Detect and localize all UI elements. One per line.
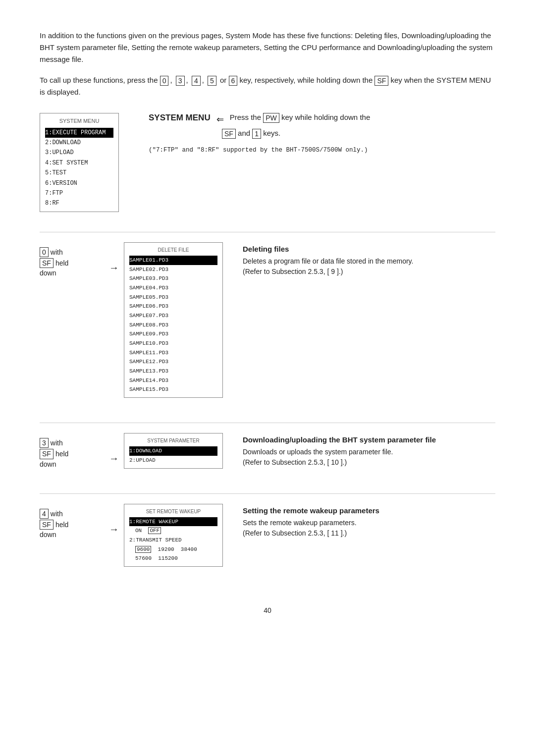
desc-title-wakeup: Setting the remote wakeup parameters xyxy=(243,506,495,515)
or-text: or xyxy=(218,76,229,84)
held-text-sysparam: held xyxy=(55,450,68,458)
page-number: 40 xyxy=(40,606,495,614)
screen-box-wakeup: SET REMOTE WAKEUP 1:REMOTE WAKEUP ON OFF… xyxy=(124,504,223,567)
desc-text-wakeup: Sets the remote wakeup parameters. (Refe… xyxy=(243,518,495,539)
with-text-sysparam: with xyxy=(51,439,63,447)
key-5: 5 xyxy=(208,76,216,86)
sf-row-delete: SF held xyxy=(40,258,68,268)
divider2 xyxy=(40,423,495,423)
system-menu-label-row: SYSTEM MENU ⇐ Press the PW key while hol… xyxy=(149,113,370,125)
screen-item-sample01: SAMPLE01.PD3 xyxy=(129,256,217,265)
screen-item-sample02: SAMPLE02.PD3 xyxy=(129,265,217,274)
screen-item-download: 1:DOWNLOAD xyxy=(129,446,217,456)
screen-item-upload: 2:UPLOAD xyxy=(129,456,217,465)
screen-title-delete: DELETE FILE xyxy=(129,246,217,254)
screen-item-sample15: SAMPLE15.PD3 xyxy=(129,385,217,394)
held-text-delete: held xyxy=(55,259,68,267)
divider1 xyxy=(40,232,495,232)
menu-item-ftp: 7:FTP xyxy=(45,188,113,198)
arrow-col-sysparam: → xyxy=(104,433,124,464)
key-with-label-wakeup: 4 with SF held down xyxy=(40,509,68,539)
down-text-sysparam: down xyxy=(40,460,56,468)
screen-item-sample06: SAMPLE06.PD3 xyxy=(129,302,217,311)
menu-item-execute: 1:EXECUTE PROGRAM xyxy=(45,128,113,138)
screen-col-sysparam: SYSTEM PARAMETER 1:DOWNLOAD 2:UPLOAD xyxy=(124,433,223,468)
menu-item-setsystem: 4:SET SYSTEM xyxy=(45,158,113,168)
key-row-sysparam: 3 with xyxy=(40,438,63,448)
sf-key-sysparam: SF xyxy=(40,449,54,459)
key-4-wakeup: 4 xyxy=(40,509,49,519)
down-text-wakeup: down xyxy=(40,531,56,539)
down-text-delete: down xyxy=(40,269,56,277)
key-6: 6 xyxy=(229,76,238,86)
screen-item-sample12: SAMPLE12.PD3 xyxy=(129,357,217,367)
screen-item-speeds2: 57600 115200 xyxy=(129,554,217,563)
arrow-icon: ⇐ xyxy=(216,114,224,125)
system-menu-note: ("7:FTP" and "8:RF" supported by the BHT… xyxy=(149,147,370,154)
callup-paragraph: To call up these functions, press the 0 … xyxy=(40,74,495,98)
key-3-sysparam: 3 xyxy=(40,438,49,448)
one-key-sys: 1 xyxy=(252,129,261,139)
desc-col-wakeup: Setting the remote wakeup parameters Set… xyxy=(223,504,495,539)
key-3: 3 xyxy=(176,76,185,86)
desc-text-delete: Deletes a program file or data file stor… xyxy=(243,256,495,277)
with-text-delete: with xyxy=(51,248,63,256)
system-menu-box-title: SYSTEM MENU xyxy=(45,116,113,126)
desc-col-delete: Deleting files Deletes a program file or… xyxy=(223,242,495,277)
key-0: 0 xyxy=(160,76,169,86)
screen-item-sample05: SAMPLE05.PD3 xyxy=(129,293,217,302)
screen-item-sample13: SAMPLE13.PD3 xyxy=(129,367,217,376)
screen-item-sample11: SAMPLE11.PD3 xyxy=(129,348,217,358)
menu-item-rf: 8:RF xyxy=(45,198,113,208)
screen-item-sample14: SAMPLE14.PD3 xyxy=(129,376,217,385)
screen-item-transmit-speed: 2:TRANSMIT SPEED xyxy=(129,536,217,545)
menu-item-test: 5:TEST xyxy=(45,168,113,178)
sf-key-delete: SF xyxy=(40,258,54,268)
speed-9600-highlight: 9600 xyxy=(135,546,151,553)
top-row: SYSTEM MENU 1:EXECUTE PROGRAM 2:DOWNLOAD… xyxy=(40,113,495,212)
sf-key-wakeup: SF xyxy=(40,520,54,530)
system-menu-press-desc: Press the PW key while holding down the xyxy=(230,113,371,123)
desc-text-sysparam: Downloads or uploads the system paramete… xyxy=(243,447,495,468)
screen-item-on-off: ON OFF xyxy=(129,526,217,536)
screen-col-wakeup: SET REMOTE WAKEUP 1:REMOTE WAKEUP ON OFF… xyxy=(124,504,223,567)
divider3 xyxy=(40,493,495,494)
feature-row-sysparam: 3 with SF held down → SYSTEM PARAMETER 1… xyxy=(40,433,495,468)
key-4: 4 xyxy=(192,76,201,86)
arrow-col-delete: → xyxy=(104,242,124,273)
screen-box-sysparam: SYSTEM PARAMETER 1:DOWNLOAD 2:UPLOAD xyxy=(124,433,223,468)
screen-item-remote-wakeup: 1:REMOTE WAKEUP xyxy=(129,517,217,527)
menu-item-upload: 3:UPLOAD xyxy=(45,148,113,158)
screen-item-sample04: SAMPLE04.PD3 xyxy=(129,283,217,293)
screen-title-sysparam: SYSTEM PARAMETER xyxy=(129,436,217,445)
left-col-sysparam: 3 with SF held down xyxy=(40,433,104,468)
screen-col-delete: DELETE FILE SAMPLE01.PD3 SAMPLE02.PD3 SA… xyxy=(124,242,223,398)
desc-col-sysparam: Downloading/uploading the BHT system par… xyxy=(223,433,495,468)
callup-before: To call up these functions, press the xyxy=(40,76,160,84)
key-with-label-delete: 0 with SF held down xyxy=(40,247,68,277)
with-text-wakeup: with xyxy=(51,510,63,518)
sf-key-sys: SF xyxy=(222,129,236,139)
left-col-delete: 0 with SF held down xyxy=(40,242,104,277)
left-col-wakeup: 4 with SF held down xyxy=(40,504,104,539)
pw-key: PW xyxy=(263,113,279,123)
desc-title-delete: Deleting files xyxy=(243,245,495,253)
intro-paragraph1: In addition to the functions given on th… xyxy=(40,30,495,65)
system-menu-right: SYSTEM MENU ⇐ Press the PW key while hol… xyxy=(149,113,370,154)
screen-item-sample09: SAMPLE09.PD3 xyxy=(129,329,217,339)
system-menu-bold-label: SYSTEM MENU xyxy=(149,113,211,123)
screen-box-delete: DELETE FILE SAMPLE01.PD3 SAMPLE02.PD3 SA… xyxy=(124,242,223,398)
system-menu-box: SYSTEM MENU 1:EXECUTE PROGRAM 2:DOWNLOAD… xyxy=(40,113,119,212)
key-row-delete: 0 with xyxy=(40,247,63,257)
arrow-col-wakeup: → xyxy=(104,504,124,535)
screen-item-sample10: SAMPLE10.PD3 xyxy=(129,339,217,348)
key-with-label-sysparam: 3 with SF held down xyxy=(40,438,68,468)
key-0-delete: 0 xyxy=(40,247,49,257)
screen-item-sample07: SAMPLE07.PD3 xyxy=(129,311,217,321)
sf-key-callup: SF xyxy=(374,76,388,86)
off-highlight: OFF xyxy=(148,527,161,534)
diagram-area: SYSTEM MENU 1:EXECUTE PROGRAM 2:DOWNLOAD… xyxy=(40,113,495,587)
held-text-wakeup: held xyxy=(55,521,68,529)
screen-title-wakeup: SET REMOTE WAKEUP xyxy=(129,507,217,516)
screen-item-sample03: SAMPLE03.PD3 xyxy=(129,274,217,283)
